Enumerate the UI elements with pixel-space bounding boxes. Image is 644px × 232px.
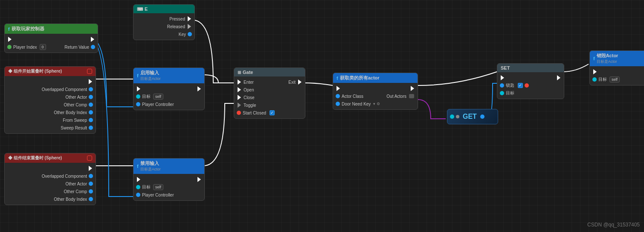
door-need-key-row: Door Need Key ▾ ⚙ [333,100,418,108]
enable-input-title: 启用输入 [140,70,161,76]
destroy-actor-body: 目标 self [590,66,644,85]
gate-startclosed-checkbox[interactable] [270,110,275,115]
conn-getall-set [418,72,497,85]
end-other-comp-pin [89,189,93,194]
gate-open-label: Open [244,88,254,92]
conn-retval-player2 [90,38,133,197]
door-need-key-arrow: ▾ ⚙ [373,102,380,106]
get-out-pin [480,115,484,119]
gate-startclosed-pin [237,111,241,115]
end-other-body-pin [89,197,93,201]
disable-input-title: 禁用输入 [140,160,161,167]
node-icon: f [8,26,10,32]
end-overlapped-comp-row: Overlapped Component [5,172,96,180]
disable-exec-out [197,177,201,182]
get-node: GET [447,109,498,124]
gate-enter-row: Enter Exit [234,78,305,86]
player-index-row: Player Index 0 Return Value [5,43,98,51]
enable-input-header: f 启用输入 目标是Actor [133,68,204,83]
watermark: CSDN @qq_31537405 [587,222,640,228]
disable-input-body: 目标 self Player Controller [133,174,204,200]
overlap-begin-badge [87,69,92,74]
from-sweep-label: From Sweep [63,118,87,123]
disable-target-value: self [153,184,163,190]
key-e-node: ⌨ E Pressed Released Key [133,4,195,40]
exec-out-pin [91,37,94,42]
end-other-comp-label: Other Comp [64,189,87,194]
enable-player-row: Player Controller [133,100,204,108]
overlap-begin-body: Overlapped Component Other Actor Other C… [5,76,96,133]
conn-set-destroy [563,64,589,72]
set-key-dot [525,83,529,88]
actor-class-label: Actor Class [342,94,363,99]
enable-input-subtitle: 目标是Actor [140,76,161,82]
overlap-begin-title: ◆ 组件开始重叠时 (Sphere) [8,68,62,74]
sweep-result-pin [89,126,93,130]
func-icon: f [137,73,139,78]
set-exec-in [501,75,504,80]
get-all-actors-node: f 获取类的所有actor Actor Class Out Actors Doo… [333,73,418,110]
disable-func-icon: f [137,164,139,169]
gate-icon: ⊞ [238,70,241,75]
get-node-body: GET [447,109,498,124]
other-body-pin [89,110,93,115]
released-label: Released [167,24,185,29]
set-key-row: 锁匙 [497,82,564,89]
player-index-pin [7,45,12,49]
conn-enable-gate [203,75,234,83]
get-player-controller-node: f 获取玩家控制器 Player Index 0 Return Value [4,23,98,53]
gate-exit-pin [298,79,302,85]
disable-player-pin [136,193,140,197]
destroy-actor-subtitle: 目标是Actor [597,59,618,65]
disable-target-row: 目标 self [133,183,204,191]
enable-player-label: Player Controller [142,102,174,107]
gate-exit-label: Exit [288,80,296,85]
gate-enter-label: Enter [244,80,254,85]
enable-player-pin [136,102,140,106]
set-node: SET 锁匙 目标 [497,63,564,99]
overlap-begin-node: ◆ 组件开始重叠时 (Sphere) Overlapped Component … [4,66,96,134]
getall-actor-class-row: Actor Class Out Actors [333,92,418,100]
overlap-end-badge [87,156,92,161]
other-actor-row: Other Actor [5,93,96,101]
get-in-pin [450,115,454,119]
node-body: Player Index 0 Return Value [5,34,98,53]
get-all-actors-header: f 获取类的所有actor [333,73,418,83]
key-e-header: ⌨ E [133,5,194,13]
disable-exec-row [133,176,204,183]
getall-exec-row [333,85,418,92]
other-comp-label: Other Comp [64,103,87,107]
overlap-begin-exec-pin [89,79,92,84]
overlap-exec-row [5,78,96,85]
end-other-body-label: Other Body Index [54,197,87,202]
enable-exec-out [197,86,201,91]
enable-input-body: 目标 self Player Controller [133,83,204,110]
disable-player-row: Player Controller [133,191,204,199]
key-e-body: Pressed Released Key [133,13,194,40]
set-target-pin [500,91,504,95]
out-actors-label: Out Actors [386,94,406,99]
key-pin [188,32,192,36]
overlap-end-body: Overlapped Component Other Actor Other C… [5,163,96,205]
actor-class-pin [336,94,340,98]
other-body-label: Other Body Index [54,110,87,115]
player-index-label: Player Index [13,45,37,50]
keyboard-icon: ⌨ [137,7,143,12]
other-body-row: Other Body Index [5,109,96,116]
set-target-row: 目标 [497,89,564,97]
destroy-exec-row [590,68,644,76]
disable-input-title-group: 禁用输入 目标是Actor [140,160,161,172]
destroy-target-label: 目标 [598,76,607,82]
destroy-func-icon: f [593,56,595,61]
set-key-pin [500,83,504,88]
set-key-checkbox[interactable] [518,83,523,88]
gate-close-label: Close [244,95,255,100]
get-all-actors-title: 获取类的所有actor [340,75,380,81]
return-value-label: Return Value [64,45,89,50]
set-title: SET [501,65,510,70]
enable-input-title-group: 启用输入 目标是Actor [140,70,161,82]
player-index-value: 0 [40,44,46,50]
enable-target-value: self [153,94,163,100]
pressed-pin [188,16,191,21]
destroy-actor-title-group: 销毁Actor 目标是Actor [597,53,618,65]
